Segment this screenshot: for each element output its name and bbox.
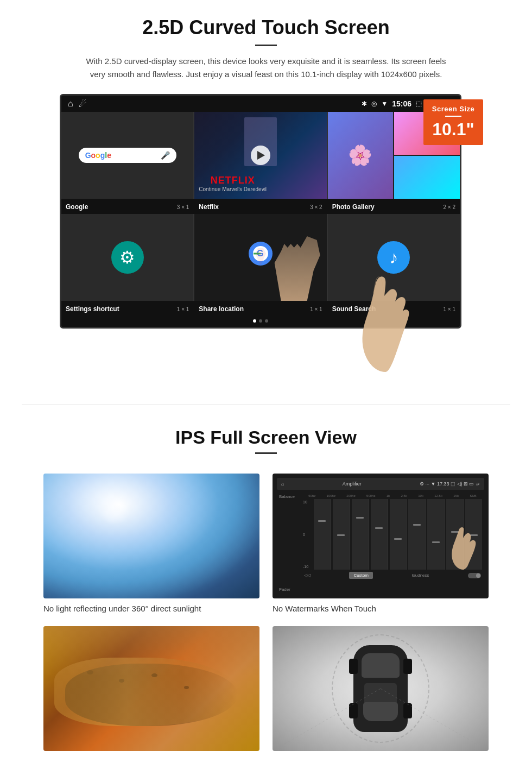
eq-bottom-controls: ◁◁ Custom loudness <box>303 572 482 579</box>
google-app-cell[interactable]: Google 🎤 <box>61 112 193 199</box>
pagination-dot-1[interactable] <box>253 319 256 323</box>
eq-slider-4[interactable] <box>371 499 388 570</box>
hand-gesture-svg <box>353 263 418 372</box>
cheetah-sky <box>43 626 259 676</box>
camera-icon: ⬚ <box>416 100 422 108</box>
badge-size: 10.1" <box>428 119 479 140</box>
share-background: G <box>194 214 326 301</box>
eq-freq-labels: 60hz100hz200hz500hz1k2.5k10k12.5k15kSUB <box>303 494 482 497</box>
eq-slider-1-thumb <box>318 520 326 522</box>
ips-title: IPS Full Screen View <box>22 427 510 448</box>
sunlight-image <box>43 474 259 598</box>
share-app-name: Share location <box>199 305 244 313</box>
netflix-label-cell: Netflix 3 × 2 <box>194 202 326 212</box>
netflix-app-cell[interactable]: NETFLIX Continue Marvel's Daredevil <box>194 112 326 199</box>
equalizer-image: ⌂ Amplifier ⚙ ··· ▼ 17:33 ⬚ ◁) ⊠ ▭ ⊃ Bal… <box>273 474 489 598</box>
settings-grid-size: 1 × 1 <box>177 306 189 312</box>
curved-title: 2.5D Curved Touch Screen <box>43 16 489 39</box>
app-grid-top: Google 🎤 NETFLIX Continue Mar <box>61 112 460 199</box>
eq-slider-7-thumb <box>432 541 440 543</box>
cheetah-visual <box>43 626 259 751</box>
netflix-grid-size: 3 × 2 <box>310 204 322 210</box>
eq-slider-2[interactable] <box>333 499 350 570</box>
curved-section: 2.5D Curved Touch Screen With 2.5D curve… <box>0 0 532 339</box>
eq-app-name: Amplifier <box>343 481 362 487</box>
sunlight-visual <box>43 474 259 598</box>
eq-fader-label: Fader <box>279 587 301 592</box>
photo-label-cell: Photo Gallery 2 × 2 <box>328 202 460 212</box>
play-button[interactable] <box>251 146 270 165</box>
eq-slider-4-thumb <box>375 527 383 529</box>
loudness-label: loudness <box>412 573 429 578</box>
maps-pin-icon: G <box>247 240 274 273</box>
google-app-name: Google <box>66 203 88 211</box>
pagination-dot-3[interactable] <box>265 319 268 323</box>
netflix-app-name: Netflix <box>199 203 219 211</box>
viewing-angle-lines <box>273 626 489 751</box>
badge-title: Screen Size <box>428 105 479 113</box>
eq-icons: ⚙ ··· ▼ 17:33 ⬚ ◁) ⊠ ▭ ⊃ <box>420 481 480 487</box>
gps-icon: ◎ <box>371 100 377 108</box>
eq-slider-1[interactable] <box>314 499 331 570</box>
google-search-bar[interactable]: Google 🎤 <box>79 148 176 163</box>
eq-slider-3[interactable] <box>352 499 369 570</box>
svg-line-6 <box>381 689 478 745</box>
netflix-background: NETFLIX Continue Marvel's Daredevil <box>194 112 326 199</box>
settings-app-name: Settings shortcut <box>66 305 119 313</box>
eq-slider-5[interactable] <box>390 499 407 570</box>
car-image <box>273 626 489 751</box>
google-label-cell: Google 3 × 1 <box>61 202 193 212</box>
pagination-dot-2[interactable] <box>259 319 262 323</box>
bluetooth-icon: ✱ <box>362 100 367 108</box>
photo-thumb-main: 🌸 <box>328 112 394 199</box>
status-bar: ⌂ ☄ ✱ ◎ ▼ 15:06 ⬚ ◁) ⊠ ▭ <box>61 96 460 112</box>
flower-icon: 🌸 <box>348 144 372 167</box>
hand-gesture-outside <box>353 263 418 372</box>
feature-equalizer: ⌂ Amplifier ⚙ ··· ▼ 17:33 ⬚ ◁) ⊠ ▭ ⊃ Bal… <box>273 474 489 613</box>
equalizer-visual: ⌂ Amplifier ⚙ ··· ▼ 17:33 ⬚ ◁) ⊠ ▭ ⊃ Bal… <box>273 474 489 598</box>
mic-icon: 🎤 <box>161 151 170 160</box>
gear-icon: ⚙ <box>119 247 135 268</box>
eq-time: 17:33 <box>437 481 449 487</box>
sunlight-caption: No light reflecting under 360° direct su… <box>43 604 259 613</box>
netflix-label: NETFLIX Continue Marvel's Daredevil <box>199 175 267 192</box>
share-location-cell[interactable]: G <box>194 214 326 301</box>
eq-main-area: Balance Fader 60hz100hz200hz500hz1k2.5k1… <box>277 492 484 594</box>
eq-slider-7[interactable] <box>427 499 445 570</box>
eq-home-icon: ⌂ <box>281 481 284 487</box>
share-label-cell: Share location 1 × 1 <box>194 304 326 314</box>
eq-slider-6-thumb <box>413 524 421 526</box>
feature-cheetah: Super Fast Response <box>43 626 259 757</box>
eq-slider-5-thumb <box>394 538 402 540</box>
ips-section: IPS Full Screen View No light reflecting… <box>0 421 532 757</box>
usb-icon: ☄ <box>79 99 86 109</box>
share-grid-size: 1 × 1 <box>310 306 322 312</box>
equalizer-caption: No Watermarks When Touch <box>273 604 489 613</box>
sunlight-gradient <box>43 474 259 598</box>
ips-title-underline <box>255 452 277 454</box>
home-icon[interactable]: ⌂ <box>68 99 73 109</box>
eq-slider-6[interactable] <box>408 499 426 570</box>
title-underline <box>255 45 277 46</box>
feature-car: Large Viewing Angle <box>273 626 489 757</box>
eq-top-bar: ⌂ Amplifier ⚙ ··· ▼ 17:33 ⬚ ◁) ⊠ ▭ ⊃ <box>277 478 484 490</box>
play-triangle-icon <box>257 151 265 160</box>
eq-slider-2-thumb <box>337 534 345 536</box>
custom-button[interactable]: Custom <box>349 572 373 579</box>
eq-hand-icon <box>447 526 479 570</box>
cheetah-image <box>43 626 259 751</box>
settings-app-cell[interactable]: ⚙ <box>61 214 193 301</box>
car-visual <box>273 626 489 751</box>
curved-description: With 2.5D curved-display screen, this de… <box>81 55 451 81</box>
status-time: 15:06 <box>392 99 411 108</box>
photo-app-name: Photo Gallery <box>332 203 375 211</box>
eq-balance-label: Balance <box>279 494 301 499</box>
netflix-subtitle: Continue Marvel's Daredevil <box>199 186 267 192</box>
google-logo: Google <box>85 151 111 160</box>
photo-thumb-3 <box>394 156 460 199</box>
photo-grid-size: 2 × 2 <box>443 204 455 210</box>
loudness-toggle[interactable] <box>468 573 481 578</box>
section-divider <box>22 405 510 405</box>
status-left: ⌂ ☄ <box>68 99 86 109</box>
eq-side-labels: Balance Fader <box>279 494 301 592</box>
